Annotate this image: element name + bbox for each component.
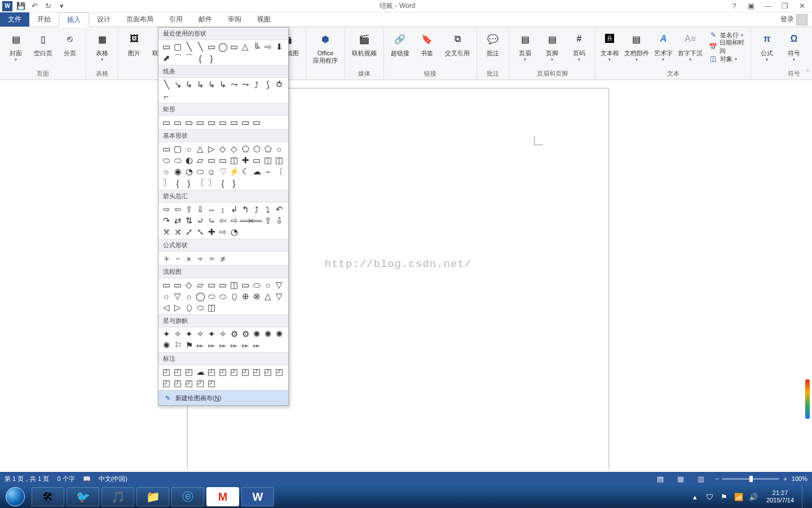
restore-icon[interactable]: ❐ bbox=[779, 1, 791, 12]
shape-item[interactable]: ⚑ bbox=[183, 340, 195, 351]
tab-home[interactable]: 开始 bbox=[29, 12, 59, 27]
shape-item[interactable]: ⬈ bbox=[161, 52, 172, 64]
shape-item[interactable]: ◰ bbox=[228, 366, 240, 378]
shape-item[interactable]: ◰ bbox=[172, 366, 183, 378]
show-desktop-button[interactable] bbox=[802, 485, 810, 508]
shape-item[interactable]: ⬇ bbox=[273, 41, 285, 52]
hyperlink-button[interactable]: 🔗超链接 bbox=[387, 28, 412, 58]
shape-item[interactable]: ▱ bbox=[195, 279, 206, 291]
table-button[interactable]: ▦表格▾ bbox=[90, 28, 114, 63]
new-drawing-canvas-button[interactable]: ✎新建绘图画布(N) bbox=[158, 390, 288, 405]
bookmark-button[interactable]: 🔖书签 bbox=[414, 28, 439, 58]
page-break-button[interactable]: ⎋分页 bbox=[58, 28, 82, 58]
tab-insert[interactable]: 插入 bbox=[59, 12, 89, 27]
textbox-button[interactable]: 🅰文本框▾ bbox=[599, 28, 620, 63]
shape-item[interactable]: ○ bbox=[183, 291, 195, 302]
shape-item[interactable]: ◫ bbox=[228, 155, 240, 166]
shape-item[interactable]: ◯ bbox=[195, 291, 206, 302]
shape-item[interactable]: ◰ bbox=[262, 366, 273, 378]
shape-item[interactable]: ⬰ bbox=[206, 340, 217, 351]
shape-item[interactable]: ◇ bbox=[183, 279, 195, 291]
tray-shield-icon[interactable]: 🛡 bbox=[704, 492, 714, 502]
shape-item[interactable]: ▭ bbox=[161, 41, 172, 52]
shape-item[interactable]: ▭ bbox=[161, 279, 172, 291]
shape-item[interactable]: ⚡ bbox=[228, 166, 240, 177]
shape-item[interactable]: 〕 bbox=[206, 177, 217, 189]
shape-item[interactable]: ⤨ bbox=[172, 226, 183, 238]
shape-item[interactable]: ⇄ bbox=[172, 215, 183, 226]
taskbar-word-icon[interactable]: W bbox=[241, 487, 274, 506]
shape-item[interactable]: ◰ bbox=[206, 366, 217, 378]
shape-item[interactable]: ⤢ bbox=[183, 226, 195, 238]
shape-item[interactable]: ▭ bbox=[161, 117, 172, 128]
cover-page-button[interactable]: ▤封面▾ bbox=[3, 28, 28, 63]
shape-item[interactable]: ⤾ bbox=[195, 215, 206, 226]
date-time-button[interactable]: 📅日期和时间 bbox=[707, 41, 747, 52]
shape-item[interactable]: ▽ bbox=[172, 291, 183, 302]
shape-item[interactable]: ⤿ bbox=[206, 215, 217, 226]
shape-item[interactable]: ＝ bbox=[206, 253, 217, 264]
shape-item[interactable]: － bbox=[172, 253, 183, 264]
shape-item[interactable]: ⇦ bbox=[217, 215, 228, 226]
shape-item[interactable]: ↲ bbox=[228, 204, 240, 215]
shape-item[interactable]: ⇅ bbox=[183, 215, 195, 226]
shape-item[interactable]: ⬰ bbox=[217, 340, 228, 351]
pictures-button[interactable]: 🖼图片 bbox=[122, 28, 147, 58]
shape-item[interactable]: ⚙ bbox=[228, 329, 240, 340]
shape-item[interactable]: △ bbox=[195, 143, 206, 155]
shape-item[interactable]: 〕 bbox=[161, 177, 172, 189]
shape-item[interactable]: ↳ bbox=[183, 79, 195, 90]
shape-item[interactable]: ▭ bbox=[217, 155, 228, 166]
shape-item[interactable]: ◰ bbox=[206, 378, 217, 389]
shape-item[interactable]: ▱ bbox=[195, 155, 206, 166]
shape-item[interactable]: ○ bbox=[161, 291, 172, 302]
shape-item[interactable]: ╚ bbox=[251, 41, 262, 52]
tray-flag-icon[interactable]: ⚑ bbox=[719, 492, 729, 502]
shape-item[interactable]: { bbox=[195, 52, 206, 64]
shape-item[interactable]: } bbox=[206, 52, 217, 64]
wordart-button[interactable]: A艺术字▾ bbox=[652, 28, 674, 63]
shape-item[interactable]: ↰ bbox=[240, 204, 251, 215]
shape-item[interactable]: ◇ bbox=[217, 143, 228, 155]
status-language[interactable]: 中文(中国) bbox=[99, 475, 127, 483]
save-icon[interactable]: 💾 bbox=[16, 1, 26, 11]
shape-item[interactable]: ╲ bbox=[183, 41, 195, 52]
shape-item[interactable]: ↕ bbox=[217, 204, 228, 215]
shape-item[interactable]: ⇨ bbox=[217, 226, 228, 238]
status-words[interactable]: 0 个字 bbox=[57, 475, 74, 483]
shape-item[interactable]: ◰ bbox=[183, 378, 195, 389]
ribbon-display-icon[interactable]: ▣ bbox=[745, 1, 757, 12]
shape-item[interactable]: ◫ bbox=[262, 155, 273, 166]
office-apps-button[interactable]: ⬢Office 应用程序 bbox=[310, 28, 341, 65]
shape-item[interactable]: ⬭ bbox=[161, 155, 172, 166]
undo-icon[interactable]: ↶ bbox=[29, 1, 39, 11]
shape-item[interactable]: ⬭ bbox=[195, 166, 206, 177]
shape-item[interactable]: ✚ bbox=[206, 226, 217, 238]
taskbar-bird-icon[interactable]: 🐦 bbox=[67, 487, 99, 506]
shape-item[interactable]: ⤡ bbox=[195, 226, 206, 238]
shape-item[interactable]: ▽ bbox=[273, 279, 285, 291]
header-button[interactable]: ▤页眉▾ bbox=[513, 28, 537, 63]
shape-item[interactable]: ⚐ bbox=[172, 340, 183, 351]
tray-volume-icon[interactable]: 🔊 bbox=[748, 492, 758, 502]
help-icon[interactable]: ? bbox=[729, 1, 740, 12]
zoom-out-icon[interactable]: − bbox=[715, 475, 718, 482]
shape-item[interactable]: ⬠ bbox=[240, 143, 251, 155]
shape-item[interactable]: ↳ bbox=[217, 79, 228, 90]
shape-item[interactable]: ✺ bbox=[251, 329, 262, 340]
shape-item[interactable]: ▷ bbox=[172, 302, 183, 313]
shape-item[interactable]: { bbox=[172, 177, 183, 189]
shape-item[interactable]: ╲ bbox=[161, 79, 172, 90]
shape-item[interactable]: △ bbox=[262, 291, 273, 302]
shape-item[interactable]: ⤳ bbox=[228, 79, 240, 90]
taskbar-ie-icon[interactable]: ⓔ bbox=[171, 487, 204, 506]
taskbar-media-icon[interactable]: 🎵 bbox=[102, 487, 134, 506]
shape-item[interactable]: ⤴ bbox=[251, 79, 262, 90]
shape-item[interactable]: ○ bbox=[262, 279, 273, 291]
shape-item[interactable]: ⊗ bbox=[251, 291, 262, 302]
shape-item[interactable]: ✦ bbox=[183, 329, 195, 340]
start-button[interactable] bbox=[0, 485, 30, 508]
collapse-ribbon-icon[interactable]: ˆ bbox=[806, 69, 809, 77]
view-print-layout-icon[interactable]: ▤ bbox=[654, 474, 667, 484]
shape-item[interactable]: ＋ bbox=[161, 253, 172, 264]
